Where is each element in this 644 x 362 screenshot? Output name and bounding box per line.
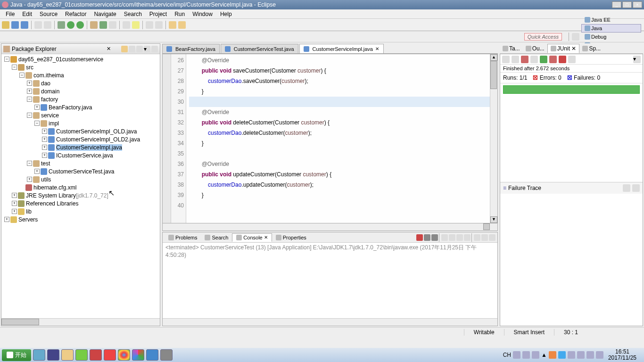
- start-button[interactable]: 开始: [2, 349, 31, 361]
- bottom-tab-console[interactable]: Console ✕: [232, 233, 272, 242]
- bottom-tab-problems[interactable]: Problems: [165, 234, 201, 241]
- tree-item[interactable]: −service: [2, 111, 159, 119]
- taskbar-app[interactable]: [33, 349, 45, 361]
- right-tab-junit[interactable]: JUnit ✕: [547, 44, 580, 53]
- taskbar-eclipse[interactable]: [47, 349, 59, 361]
- tree-item[interactable]: +lib: [2, 207, 159, 215]
- tree-item[interactable]: +CustomerServiceImpl_OLD2.java: [2, 135, 159, 143]
- junit-rerun-button[interactable]: [540, 56, 547, 63]
- console-open-button[interactable]: [474, 234, 480, 241]
- junit-history-button[interactable]: [568, 56, 576, 63]
- tray-icon[interactable]: [558, 351, 566, 359]
- menu-window[interactable]: Window: [189, 10, 216, 18]
- code-editor[interactable]: 262728293031323334353637383940 @Override…: [162, 54, 498, 223]
- tree-item[interactable]: +utils: [2, 175, 159, 183]
- open-type-button[interactable]: [123, 21, 130, 29]
- editor-tab[interactable]: CustomerServiceImpl.java ✕: [299, 44, 384, 53]
- failure-trace-area[interactable]: [500, 194, 643, 326]
- junit-stop-button[interactable]: [559, 56, 566, 63]
- vertical-scrollbar[interactable]: ▲ ▼: [490, 54, 497, 223]
- bottom-tab-search[interactable]: Search: [201, 234, 232, 241]
- taskbar-app[interactable]: [75, 349, 88, 361]
- clock[interactable]: 16:51 2017/11/25: [605, 349, 639, 361]
- right-tab-ta..[interactable]: Ta...: [500, 44, 523, 53]
- menu-search[interactable]: Search: [120, 10, 146, 18]
- junit-next-button[interactable]: [512, 56, 519, 63]
- tree-item[interactable]: −src: [2, 63, 159, 71]
- tree-item[interactable]: +Referenced Libraries: [2, 199, 159, 207]
- console-clear-button[interactable]: [441, 234, 448, 241]
- minimize-view-button[interactable]: ▾: [144, 46, 150, 52]
- tray-icon[interactable]: [513, 351, 520, 359]
- right-tab-sp..[interactable]: Sp...: [579, 44, 603, 53]
- tree-item[interactable]: −impl: [2, 119, 159, 127]
- console-terminate-button[interactable]: [416, 234, 423, 241]
- junit-rerun-failed-button[interactable]: [549, 56, 557, 63]
- perspective-java[interactable]: Java: [581, 24, 641, 33]
- bottom-tab-properties[interactable]: Properties: [272, 234, 310, 241]
- back-button[interactable]: [169, 21, 176, 29]
- quick-access[interactable]: Quick Access: [524, 33, 562, 41]
- taskbar-app[interactable]: [132, 349, 144, 361]
- editor-tab[interactable]: BeanFactory.java: [162, 44, 220, 53]
- horizontal-scrollbar[interactable]: [1, 318, 160, 326]
- taskbar-chrome[interactable]: [118, 349, 130, 361]
- editor-hscroll[interactable]: [162, 223, 498, 231]
- tray-icon[interactable]: [522, 351, 530, 359]
- forward-button[interactable]: [178, 21, 186, 29]
- console-scroll-lock-button[interactable]: [449, 234, 455, 241]
- tray-icon[interactable]: [549, 351, 556, 359]
- taskbar-app[interactable]: [104, 349, 116, 361]
- console-min-button[interactable]: [481, 234, 488, 241]
- tray-icon[interactable]: [568, 351, 575, 359]
- menu-source[interactable]: Source: [36, 10, 61, 18]
- run-last-button[interactable]: [76, 21, 84, 29]
- close-tab-icon[interactable]: ✕: [375, 47, 380, 51]
- console-hscroll[interactable]: [163, 318, 497, 326]
- right-tab-ou..[interactable]: Ou...: [523, 44, 547, 53]
- ime-indicator[interactable]: CH: [503, 352, 511, 358]
- tree-item[interactable]: +JRE System Library [jdk1.7.0_72]: [2, 191, 159, 199]
- junit-menu-button[interactable]: ▾: [633, 56, 641, 63]
- collapse-all-button[interactable]: [129, 46, 135, 52]
- console-remove-all-button[interactable]: [431, 234, 438, 241]
- menu-help[interactable]: Help: [216, 10, 236, 18]
- toolbar-button[interactable]: [44, 21, 51, 29]
- junit-prev-button[interactable]: [502, 56, 510, 63]
- tray-icon[interactable]: [586, 351, 594, 359]
- toolbar-button[interactable]: [155, 21, 163, 29]
- package-tree[interactable]: −day65_ee287_01customerservice−src−com.i…: [1, 54, 160, 318]
- junit-failures-button[interactable]: [521, 56, 528, 63]
- tree-item[interactable]: +CustomerServiceImpl.java: [2, 143, 159, 151]
- maximize-button[interactable]: □: [622, 1, 632, 8]
- minimize-button[interactable]: _: [612, 1, 621, 8]
- menu-project[interactable]: Project: [146, 10, 171, 18]
- tree-item[interactable]: +CustomerServiceTest.java: [2, 167, 159, 175]
- toolbar-button[interactable]: [146, 21, 153, 29]
- console-max-button[interactable]: [489, 234, 495, 241]
- tree-item[interactable]: hibernate.cfg.xml: [2, 183, 159, 191]
- perspective-java-ee[interactable]: Java EE: [581, 16, 641, 24]
- junit-lock-button[interactable]: [530, 56, 538, 63]
- console-output[interactable]: <terminated> CustomerServiceTest (13) [J…: [163, 243, 497, 318]
- tree-item[interactable]: −com.itheima: [2, 71, 159, 79]
- tree-item[interactable]: +ICustomerService.java: [2, 151, 159, 159]
- tree-item[interactable]: −day65_ee287_01customerservice: [2, 55, 159, 63]
- tree-item[interactable]: +domain: [2, 87, 159, 95]
- filter-button[interactable]: [632, 184, 640, 192]
- close-button[interactable]: ×: [633, 1, 642, 8]
- console-remove-button[interactable]: [424, 234, 430, 241]
- tree-item[interactable]: −factory: [2, 95, 159, 103]
- search-button[interactable]: [132, 21, 140, 29]
- toolbar-button[interactable]: [109, 21, 116, 29]
- tree-item[interactable]: +BeanFactory.java: [2, 103, 159, 111]
- junit-tree[interactable]: [500, 96, 643, 182]
- toolbar-button[interactable]: [34, 21, 42, 29]
- link-editor-button[interactable]: [121, 46, 128, 52]
- tray-expand[interactable]: ▲: [541, 352, 547, 358]
- tree-item[interactable]: +CustomerServiceImpl_OLD.java: [2, 127, 159, 135]
- new-package-button[interactable]: [90, 21, 98, 29]
- open-perspective-button[interactable]: [572, 33, 579, 41]
- taskbar-explorer[interactable]: [61, 349, 74, 361]
- menu-file[interactable]: File: [2, 10, 18, 18]
